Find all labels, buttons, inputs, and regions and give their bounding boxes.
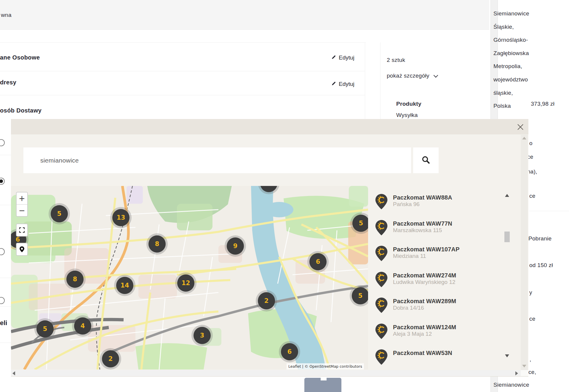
fullscreen-icon[interactable] xyxy=(17,224,27,236)
page-text-fragment: Wysyłka xyxy=(396,112,418,118)
divider xyxy=(529,211,569,211)
inpost-pin-icon xyxy=(375,323,388,346)
inpost-pin-icon xyxy=(375,349,388,365)
summary-quantity: 2 sztuk xyxy=(387,57,405,63)
scrollbar-corner xyxy=(521,370,528,376)
summary-products-price: 373,98 zł xyxy=(504,101,554,107)
map-cluster-marker[interactable]: 6 xyxy=(281,343,298,360)
modal-scroll-down-icon[interactable] xyxy=(522,365,526,367)
delivery-radio-2-selected[interactable] xyxy=(0,178,5,185)
show-details-toggle[interactable]: pokaż szczegóły xyxy=(387,73,437,79)
edit-addresses-button[interactable]: Edytuj xyxy=(331,81,354,87)
locker-list-item[interactable]: Paczkomat WAW77N Marszałkowska 115 xyxy=(375,220,514,243)
modal-horizontal-scrollbar[interactable] xyxy=(11,370,521,376)
autocomplete-option-line[interactable]: Polska xyxy=(493,103,511,109)
map[interactable]: 51368956814122545326 + − Leaflet | © Ope… xyxy=(11,186,368,369)
locate-control xyxy=(16,243,28,256)
locker-address: Pańska 96 xyxy=(393,201,420,207)
divider xyxy=(0,155,11,155)
map-cluster-marker[interactable]: 6 xyxy=(309,253,327,270)
divider xyxy=(0,205,11,205)
zoom-out-button[interactable]: − xyxy=(17,204,27,216)
locker-address: Aleja 3 Maja 12 xyxy=(393,331,432,337)
locker-list-item[interactable]: Paczkomat WAW107AP Miedziana 11 xyxy=(375,245,514,269)
modal-scrollbar[interactable] xyxy=(521,135,528,370)
summary-products-label: Produkty xyxy=(396,101,421,107)
autocomplete-option-line[interactable]: Siemianowice xyxy=(493,10,529,17)
search-input[interactable] xyxy=(23,147,411,173)
locker-name: Paczkomat WAW289M xyxy=(393,298,456,304)
map-cluster-marker[interactable]: 4 xyxy=(74,317,91,335)
map-cluster-marker[interactable]: 9 xyxy=(227,237,244,255)
modal-header xyxy=(11,119,528,134)
map-cluster-marker[interactable]: 5 xyxy=(51,205,68,222)
pencil-icon xyxy=(331,54,336,61)
close-icon[interactable] xyxy=(517,123,524,131)
zoom-in-button[interactable]: + xyxy=(17,192,27,204)
page-text-fragment: na), xyxy=(527,168,537,175)
scroll-left-icon[interactable] xyxy=(12,371,15,375)
locker-address: Marszałkowska 115 xyxy=(393,227,442,233)
map-cluster-marker[interactable]: 5 xyxy=(352,215,368,232)
divider xyxy=(0,42,366,43)
map-cluster-marker[interactable]: 8 xyxy=(66,271,84,288)
confirm-button[interactable] xyxy=(304,378,341,392)
autocomplete-option-line[interactable]: śląskie, xyxy=(493,90,513,96)
locker-name: Paczkomat WAW53N xyxy=(393,350,452,356)
locker-list-item[interactable]: Paczkomat WAW124M Aleja 3 Maja 12 xyxy=(375,323,514,346)
delivery-radio-1[interactable] xyxy=(0,139,5,146)
map-cluster-marker[interactable]: 5 xyxy=(352,287,368,304)
autocomplete-option-line[interactable]: Metropolia, xyxy=(493,63,522,70)
list-scrollbar-thumb[interactable] xyxy=(504,232,510,242)
map-cluster-marker[interactable]: 3 xyxy=(194,327,211,344)
page-text-fragment: ce xyxy=(529,316,536,322)
map-cluster-marker[interactable]: 2 xyxy=(102,350,119,367)
locker-list-item[interactable]: Paczkomat WAW53N xyxy=(375,349,514,365)
scroll-right-icon[interactable] xyxy=(515,371,518,375)
search-icon xyxy=(421,155,430,165)
page-text-fragment: y xyxy=(529,289,532,296)
top-bar xyxy=(0,0,569,30)
chevron-down-icon xyxy=(434,73,438,78)
map-cluster-marker[interactable]: 12 xyxy=(177,274,194,292)
locker-list-item[interactable]: Paczkomat WAW289M Dobra 14/16 xyxy=(375,297,514,320)
autocomplete-option-bottom[interactable]: Siemianowice xyxy=(493,382,529,388)
list-scroll-down-icon[interactable] xyxy=(505,354,509,357)
autocomplete-option-line[interactable]: Górnośląsko- xyxy=(493,37,528,43)
map-cluster-marker[interactable]: 2 xyxy=(258,292,275,309)
map-cluster-marker[interactable]: 13 xyxy=(112,209,130,226)
divider xyxy=(380,42,381,119)
page-text-fragment: o xyxy=(529,140,533,147)
autocomplete-option-line[interactable]: Śląskie, xyxy=(493,24,514,30)
locker-name: Paczkomat WAW107AP xyxy=(393,246,460,253)
locker-list-item[interactable]: Paczkomat WAW88A Pańska 96 xyxy=(375,194,514,217)
page-text-fragment: Pobranie xyxy=(528,235,552,242)
map-cluster-marker[interactable]: 14 xyxy=(116,277,133,294)
map-attribution[interactable]: Leaflet | © OpenStreetMap contributors xyxy=(287,363,364,369)
page-text-fragment: , xyxy=(530,356,531,363)
locker-list-item[interactable]: Paczkomat WAW274M Ludwika Waryńskiego 12 xyxy=(375,271,514,295)
heading-fragment: eli xyxy=(0,319,7,327)
divider xyxy=(0,306,11,307)
locker-name: Paczkomat WAW77N xyxy=(393,220,452,227)
delivery-radio-3[interactable] xyxy=(0,248,5,255)
autocomplete-option-line[interactable]: Zagłębiowska xyxy=(493,50,529,57)
modal-scroll-up-icon[interactable] xyxy=(522,137,526,139)
locker-address: Miedziana 11 xyxy=(393,253,426,259)
list-scroll-up-icon[interactable] xyxy=(505,194,509,197)
map-cluster-marker[interactable]: 5 xyxy=(36,320,54,338)
locker-name: Paczkomat WAW274M xyxy=(393,272,456,279)
edit-personal-data-button[interactable]: Edytuj xyxy=(331,54,354,61)
search-button[interactable] xyxy=(413,147,439,173)
inpost-pin-icon xyxy=(375,245,388,269)
map-cluster-marker[interactable]: 8 xyxy=(148,235,166,253)
locker-address: Dobra 14/16 xyxy=(393,305,424,311)
location-pin-icon[interactable] xyxy=(17,243,27,255)
breadcrumb: wna xyxy=(1,12,12,18)
inpost-pin-icon xyxy=(375,271,388,295)
autocomplete-option-line[interactable]: województwo xyxy=(493,76,528,83)
inpost-pin-icon xyxy=(375,194,388,217)
inpost-pin-icon xyxy=(375,297,388,320)
delivery-radio-4[interactable] xyxy=(0,297,5,304)
divider xyxy=(0,343,11,343)
